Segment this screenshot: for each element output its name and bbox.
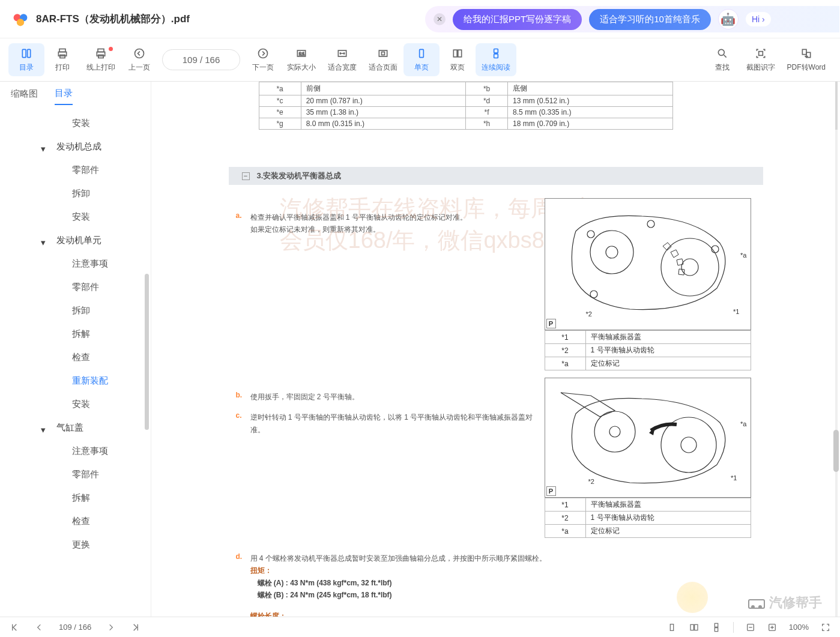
- part-table-1: *1平衡轴减振器盖 *21 号平衡轴从动齿轮 *a定位标记: [545, 330, 751, 370]
- cloud-print-icon: [94, 47, 107, 60]
- toc-item[interactable]: 拆卸: [0, 182, 151, 205]
- toolbar-print[interactable]: 打印: [44, 43, 80, 76]
- svg-rect-6: [22, 49, 26, 57]
- svg-point-41: [681, 437, 696, 453]
- svg-rect-20: [382, 52, 385, 55]
- figure-1: *a *1 *2 P: [545, 198, 751, 330]
- svg-rect-44: [694, 624, 697, 630]
- toolbar-actual-size[interactable]: 1:1 实际大小: [281, 43, 322, 76]
- toolbar-catalog[interactable]: 目录: [8, 43, 44, 76]
- toc-item[interactable]: 安装: [0, 112, 151, 135]
- footer-single-page-icon[interactable]: [667, 623, 677, 632]
- zoom-level[interactable]: 100%: [789, 623, 809, 632]
- toc-item[interactable]: 注意事项: [0, 439, 151, 463]
- svg-point-37: [590, 291, 597, 298]
- toc-item[interactable]: 拆卸: [0, 299, 151, 322]
- table-of-contents[interactable]: 安装 ▾发动机总成 零部件 拆卸 安装 ▾发动机单元 注意事项 零部件 拆卸 拆…: [0, 107, 151, 617]
- svg-point-14: [135, 49, 144, 58]
- assistant-avatar[interactable]: 🤖: [718, 9, 739, 29]
- last-page-icon[interactable]: [131, 623, 141, 632]
- catalog-icon: [20, 47, 33, 60]
- svg-rect-43: [690, 624, 693, 630]
- chevron-right-icon: ›: [762, 14, 765, 24]
- chevron-down-icon: ▾: [41, 237, 46, 248]
- toc-item[interactable]: ▾气缸盖: [0, 416, 151, 439]
- toolbar-fit-page[interactable]: 适合页面: [363, 43, 403, 76]
- first-page-icon[interactable]: [10, 623, 19, 632]
- toolbar-double-page[interactable]: 双页: [440, 43, 476, 76]
- corner-watermark: 汽修帮手: [748, 594, 822, 612]
- toc-item[interactable]: 检查: [0, 346, 151, 369]
- step-letter: a.: [236, 211, 250, 236]
- svg-rect-7: [28, 49, 31, 57]
- svg-rect-19: [379, 50, 387, 56]
- svg-rect-21: [420, 49, 424, 57]
- svg-point-38: [594, 411, 635, 452]
- toc-item[interactable]: 拆解: [0, 486, 151, 510]
- toolbar-single-page[interactable]: 单页: [403, 43, 440, 76]
- fit-width-icon: [336, 47, 349, 60]
- fullscreen-icon[interactable]: [821, 623, 830, 632]
- promo-pill-2[interactable]: 适合学习听的10首纯音乐: [589, 9, 711, 30]
- search-icon: [716, 47, 729, 60]
- chevron-down-icon: ▾: [41, 143, 46, 154]
- step-letter: b.: [236, 391, 250, 403]
- svg-point-50: [751, 605, 755, 609]
- svg-point-35: [647, 220, 654, 228]
- toc-item-active[interactable]: 重新装配: [0, 369, 151, 393]
- svg-point-30: [590, 231, 633, 274]
- toolbar-find[interactable]: 查找: [704, 43, 740, 76]
- page-edge: [835, 82, 838, 130]
- toc-item[interactable]: 安装: [0, 393, 151, 416]
- figure-label: P: [546, 486, 556, 496]
- single-page-icon: [415, 47, 428, 60]
- next-page-icon[interactable]: [107, 623, 115, 632]
- main-scrollbar[interactable]: [833, 430, 839, 472]
- zoom-in-icon[interactable]: [767, 623, 777, 632]
- chevron-down-icon: ▾: [41, 424, 46, 435]
- toolbar-pdf-to-word[interactable]: PDF转Word: [781, 43, 832, 76]
- toolbar-next-page[interactable]: 下一页: [245, 43, 281, 76]
- section-header: − 3.安装发动机平衡器总成: [229, 167, 763, 185]
- hi-badge[interactable]: Hi›: [746, 12, 771, 26]
- step-text: 检查并确认平衡轴减振器盖和 1 号平衡轴从动齿轮的定位标记对准。 如果定位标记未…: [250, 211, 545, 236]
- toc-item[interactable]: 零部件: [0, 276, 151, 299]
- page-edge: [835, 130, 838, 617]
- toc-item[interactable]: 零部件: [0, 158, 151, 182]
- svg-point-34: [587, 231, 594, 238]
- toc-item[interactable]: 检查: [0, 510, 151, 533]
- toc-item[interactable]: 安装: [0, 205, 151, 229]
- footer-page-indicator[interactable]: 109 / 166: [59, 623, 91, 632]
- sidebar-tab-toc[interactable]: 目录: [55, 83, 73, 105]
- next-page-icon: [256, 47, 270, 60]
- toolbar-fit-width[interactable]: 适合宽度: [322, 43, 363, 76]
- toc-item[interactable]: ▾发动机总成: [0, 135, 151, 158]
- svg-point-15: [259, 49, 268, 58]
- step-letter: c.: [236, 411, 250, 436]
- promo-close-icon[interactable]: ✕: [434, 13, 446, 25]
- toc-item[interactable]: 零部件: [0, 463, 151, 486]
- svg-point-2: [17, 19, 24, 26]
- collapse-icon[interactable]: −: [242, 172, 250, 180]
- sidebar-tab-thumbnail[interactable]: 缩略图: [11, 83, 38, 104]
- toolbar-continuous[interactable]: 连续阅读: [476, 43, 516, 76]
- step-text: 逆时针转动 1 号平衡轴的平衡轴从动齿轮，以将 1 号平衡轴从动齿轮和平衡轴减振…: [250, 411, 545, 436]
- toolbar-prev-page[interactable]: 上一页: [121, 43, 157, 76]
- toolbar-ocr[interactable]: 截图识字: [740, 43, 781, 76]
- svg-rect-27: [758, 52, 763, 56]
- document-viewport[interactable]: *a前侧*b底侧 *c20 mm (0.787 in.)*d13 mm (0.5…: [151, 82, 840, 617]
- promo-pill-1[interactable]: 给我的汇报PPT写份逐字稿: [453, 9, 582, 30]
- toc-item[interactable]: 更换: [0, 533, 151, 557]
- prev-page-icon[interactable]: [35, 623, 43, 632]
- toolbar-page-indicator[interactable]: 109 / 166: [162, 49, 240, 70]
- actual-size-icon: 1:1: [295, 47, 308, 60]
- engine-diagram-icon: [558, 207, 738, 321]
- toc-item[interactable]: ▾发动机单元: [0, 229, 151, 252]
- toolbar-online-print[interactable]: 线上打印: [80, 43, 121, 76]
- toc-item[interactable]: 拆解: [0, 322, 151, 346]
- toc-item[interactable]: 注意事项: [0, 252, 151, 276]
- zoom-out-icon[interactable]: [746, 623, 755, 632]
- footer-double-page-icon[interactable]: [689, 623, 699, 632]
- footer-continuous-icon[interactable]: [712, 623, 721, 632]
- sidebar-scrollbar[interactable]: [145, 274, 149, 430]
